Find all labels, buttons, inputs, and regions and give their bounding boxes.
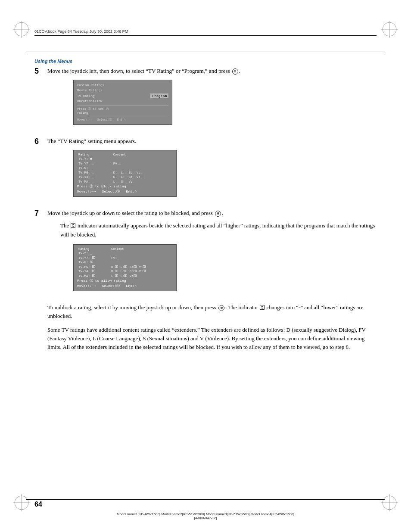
col-header-content-2: Content (110, 247, 173, 252)
menu-item-movie: Movie Ratings (77, 88, 168, 93)
row2-tv14: TV-14: ⚿ (77, 269, 110, 274)
menu-item-unrated: Unrated:Allow (77, 99, 168, 104)
menu-item-custom: Custom Ratings (77, 83, 168, 88)
nav-bar-2: Move:↑↓←→ Select:Ⓢ End:␈ (77, 189, 173, 194)
bottom-rule (26, 499, 385, 500)
step-5-item: 5 Move the joystick left, then down, to … (34, 67, 377, 129)
col-header-content: Content (112, 153, 173, 157)
step-5-content: Move the joystick left, then down, to se… (47, 67, 377, 129)
corner-mark-br (381, 494, 398, 511)
row-tv14: TV-14: _ (77, 175, 112, 180)
screen-mockup-2: Rating Content TV-Y: ■ TV-Y7: _FV:_ TV-G… (73, 150, 177, 197)
step-6-text: The “TV Rating” setting menu appears. (47, 137, 377, 146)
rating-table-1: Rating Content TV-Y: ■ TV-Y7: _FV:_ TV-G… (77, 153, 173, 184)
corner-mark-tl (13, 21, 30, 38)
corner-mark-bl (13, 494, 30, 511)
row-tvy: TV-Y: ■ (77, 157, 112, 162)
screen-mockup-3: Rating Content TV-Y: _ TV-Y7: ⚿FV:_ TV-G… (73, 244, 177, 291)
section-header: Using the Menus (34, 59, 72, 64)
step-6-text-content: The “TV Rating” setting menu appears. (47, 138, 136, 144)
screen-mockup-1: Custom Ratings Movie Ratings TV Rating P… (73, 80, 172, 125)
main-content: 5 Move the joystick left, then down, to … (34, 67, 377, 489)
row-tvy7: TV-Y7: _ (77, 162, 112, 166)
step-7-para2: To unblock a rating, select it by moving… (47, 303, 377, 320)
footer-models: Model name1[KP-46WT500] Model name2[KP-5… (26, 512, 385, 520)
step-7-text-content: Move the joystick up or down to select t… (47, 210, 213, 216)
nav-bar-1: Move:↑↓←→ Select:Ⓢ End:␈ (77, 117, 168, 122)
step-5-text: Move the joystick left, then down, to se… (47, 67, 377, 75)
step-6-content: The “TV Rating” setting menu appears. Ra… (47, 137, 377, 201)
press-info-3: Press Ⓢ to allow rating (77, 278, 173, 283)
row-tvpg: TV-PG: _ (77, 171, 112, 175)
step-7-content: Move the joystick up or down to select t… (47, 209, 377, 296)
col-header-rating: Rating (77, 153, 112, 157)
row-tvma: TV-MA: _ (77, 180, 112, 184)
row2-tvy: TV-Y: _ (77, 251, 110, 256)
nav-bar-3: Move:↑↓←→ Select:Ⓢ End:␈ (77, 283, 173, 288)
page-container: 01COV.book Page 64 Tuesday, July 30, 200… (0, 0, 411, 532)
row2-tvpg: TV-PG: ⚿ (77, 265, 110, 270)
row2-tvg: TV-G: ⚿ (77, 260, 110, 265)
col-header-rating-2: Rating (77, 247, 110, 252)
file-info-text: 01COV.book Page 64 Tuesday, July 30, 200… (34, 29, 128, 34)
menu-divider-1 (77, 106, 168, 106)
row-tvg: TV-G: _ (77, 166, 112, 171)
step-7-para1: The ⚿ indicator automatically appears be… (60, 221, 377, 239)
step-5-text-content: Move the joystick left, then down, to se… (47, 68, 230, 74)
row2-tvma: TV-MA: ⚿ (77, 274, 110, 279)
file-info-bar: 01COV.book Page 64 Tuesday, July 30, 200… (34, 29, 377, 36)
select-button-5: ⊕ (232, 68, 238, 75)
step-7-number: 7 (34, 209, 45, 218)
menu-item-program-selected: Program (150, 93, 168, 98)
step-7-item: 7 Move the joystick up or down to select… (34, 209, 377, 296)
top-rule (26, 52, 385, 52)
page-number: 64 (34, 501, 42, 508)
step-6-number: 6 (34, 137, 45, 146)
press-info-1: Press Ⓢ to set TVrating (77, 107, 168, 116)
step-6-item: 6 The “TV Rating” setting menu appears. … (34, 137, 377, 201)
circle-plus-icon: ⊕ (218, 305, 224, 311)
step-5-number: 5 (34, 67, 45, 76)
rating-table-2: Rating Content TV-Y: _ TV-Y7: ⚿FV:_ TV-G… (77, 247, 173, 279)
press-info-2: Press Ⓢ to block rating (77, 184, 173, 189)
select-button-7: ⊕ (215, 211, 221, 217)
menu-item-tv-rating: TV Rating (77, 93, 95, 99)
row2-tvy7: TV-Y7: ⚿ (77, 256, 110, 261)
step-7-para3: Some TV ratings have additional content … (47, 326, 377, 352)
step-7-text: Move the joystick up or down to select t… (47, 209, 377, 218)
corner-mark-tr (381, 21, 398, 38)
